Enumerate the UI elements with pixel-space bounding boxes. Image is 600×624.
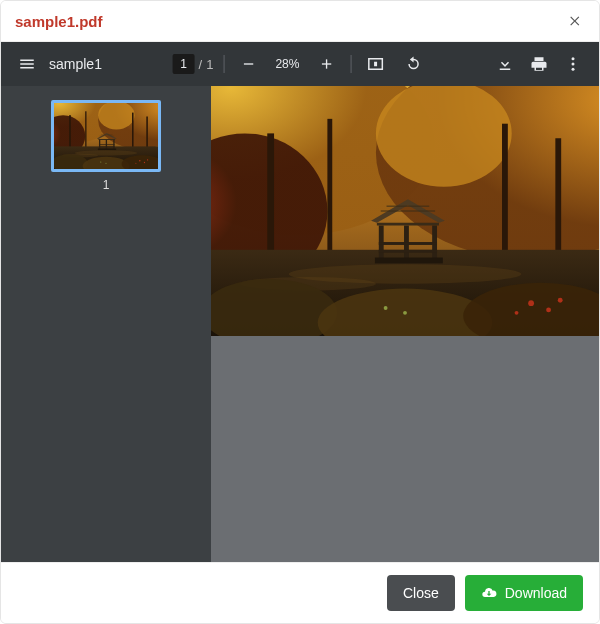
- pdf-preview-modal: sample1.pdf sample1 1 / 1 28%: [0, 0, 600, 624]
- toolbar-separator: [223, 55, 224, 73]
- page-total: 1: [206, 57, 213, 72]
- thumbnail-page-1[interactable]: [51, 100, 161, 172]
- pdf-canvas[interactable]: [211, 86, 599, 562]
- cloud-download-icon: [481, 585, 497, 601]
- close-button-label: Close: [403, 585, 439, 601]
- svg-rect-34: [374, 62, 377, 67]
- thumbnail-image: [54, 103, 158, 169]
- svg-point-35: [572, 57, 575, 60]
- fit-page-button[interactable]: [361, 50, 389, 78]
- svg-rect-33: [326, 59, 327, 68]
- menu-icon: [18, 55, 36, 73]
- print-icon: [530, 55, 548, 73]
- modal-header: sample1.pdf: [1, 1, 599, 42]
- pdf-page-1: [211, 86, 599, 336]
- page-indicator: 1 / 1: [173, 54, 214, 74]
- page-separator: /: [199, 57, 203, 72]
- pdf-viewer: 1: [1, 86, 599, 562]
- zoom-in-button[interactable]: [312, 50, 340, 78]
- menu-button[interactable]: [13, 50, 41, 78]
- download-icon: [496, 55, 514, 73]
- download-button-label: Download: [505, 585, 567, 601]
- fit-page-icon: [366, 55, 384, 73]
- svg-rect-31: [244, 63, 253, 64]
- rotate-button[interactable]: [399, 50, 427, 78]
- more-button[interactable]: [559, 50, 587, 78]
- page-image: [211, 86, 599, 336]
- zoom-out-button[interactable]: [234, 50, 262, 78]
- thumbnail-item[interactable]: 1: [51, 100, 161, 192]
- thumbnail-label: 1: [103, 178, 110, 192]
- print-button[interactable]: [525, 50, 553, 78]
- more-vert-icon: [564, 55, 582, 73]
- close-button[interactable]: Close: [387, 575, 455, 611]
- pdf-toolbar: sample1 1 / 1 28%: [1, 42, 599, 86]
- zoom-level[interactable]: 28%: [272, 57, 302, 71]
- toolbar-separator: [350, 55, 351, 73]
- rotate-icon: [404, 55, 422, 73]
- svg-point-36: [572, 63, 575, 66]
- page-current-input[interactable]: 1: [173, 54, 195, 74]
- download-button[interactable]: [491, 50, 519, 78]
- download-button-footer[interactable]: Download: [465, 575, 583, 611]
- plus-icon: [318, 56, 334, 72]
- svg-point-37: [572, 68, 575, 71]
- modal-title: sample1.pdf: [15, 13, 103, 30]
- minus-icon: [240, 56, 256, 72]
- toolbar-right: [491, 50, 587, 78]
- toolbar-center: 1 / 1 28%: [173, 50, 428, 78]
- document-title: sample1: [49, 56, 102, 72]
- modal-footer: Close Download: [1, 562, 599, 623]
- modal-close-button[interactable]: [565, 11, 585, 31]
- close-icon: [568, 14, 582, 28]
- thumbnail-sidebar[interactable]: 1: [1, 86, 211, 562]
